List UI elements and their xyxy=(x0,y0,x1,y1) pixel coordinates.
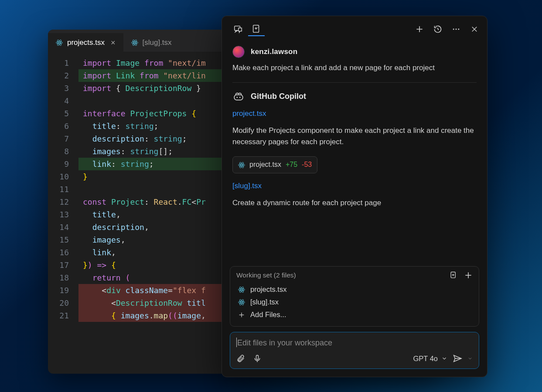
assistant-header: GitHub Copilot xyxy=(232,91,477,103)
chat-input-field[interactable]: Edit files in your workspace xyxy=(236,338,473,348)
chat-mode-tab[interactable] xyxy=(230,23,246,36)
divider xyxy=(232,82,477,83)
tab-projects-tsx[interactable]: projects.tsx × xyxy=(48,33,123,52)
edits-mode-tab[interactable] xyxy=(248,22,265,36)
close-icon[interactable]: × xyxy=(111,39,116,47)
ws-filename: projects.tsx xyxy=(250,285,286,294)
attach-icon[interactable] xyxy=(236,354,245,363)
chat-input[interactable]: Edit files in your workspace GPT 4o xyxy=(230,332,479,369)
line-gutter: 123456789101112131415161718192021 xyxy=(48,57,78,322)
tab-slug-tsx[interactable]: [slug].tsx xyxy=(123,33,180,52)
svg-point-22 xyxy=(236,97,238,98)
working-set: Working set (2 files) projects.tsx [slug… xyxy=(230,266,479,327)
react-icon xyxy=(56,39,63,46)
model-picker[interactable]: GPT 4o xyxy=(413,355,447,363)
svg-point-23 xyxy=(239,97,241,98)
file-link[interactable]: project.tsx xyxy=(232,108,266,119)
svg-rect-43 xyxy=(256,355,259,360)
chat-header xyxy=(222,16,487,40)
user-message-header: kenzi.lawson xyxy=(232,44,477,58)
svg-point-16 xyxy=(453,29,454,30)
svg-point-18 xyxy=(458,29,459,30)
chevron-down-icon[interactable] xyxy=(467,356,473,361)
working-set-label: Working set (2 files) xyxy=(236,271,296,279)
svg-point-3 xyxy=(59,42,60,43)
assistant-name: GitHub Copilot xyxy=(251,91,306,103)
new-chat-button[interactable] xyxy=(415,24,424,34)
tab-label: projects.tsx xyxy=(67,38,105,47)
svg-point-40 xyxy=(241,301,242,302)
send-icon[interactable] xyxy=(453,354,462,363)
svg-point-7 xyxy=(134,42,135,43)
placeholder: Edit files in your workspace xyxy=(237,338,332,347)
copilot-chat-panel: kenzi.lawson Make each project a link an… xyxy=(222,16,487,377)
svg-rect-21 xyxy=(234,95,243,100)
avatar xyxy=(232,46,245,58)
add-files-row[interactable]: Add Files... xyxy=(236,308,473,321)
react-icon xyxy=(131,39,138,46)
more-button[interactable] xyxy=(451,24,461,34)
diff-chip[interactable]: project.tsx +75 -53 xyxy=(232,156,317,173)
caret xyxy=(236,338,237,347)
mic-icon[interactable] xyxy=(253,354,262,363)
assistant-text-1: Modify the Projects component to make ea… xyxy=(232,125,477,148)
tab-label: [slug].tsx xyxy=(143,38,172,47)
working-set-file[interactable]: [slug].tsx xyxy=(236,296,473,308)
working-set-file[interactable]: projects.tsx xyxy=(236,283,473,296)
history-button[interactable] xyxy=(433,24,443,34)
svg-point-17 xyxy=(456,29,457,30)
close-panel-button[interactable] xyxy=(470,24,479,34)
chat-body: kenzi.lawson Make each project a link an… xyxy=(222,40,487,263)
chip-filename: project.tsx xyxy=(249,159,281,170)
svg-line-15 xyxy=(438,29,439,30)
diff-additions: +75 xyxy=(286,159,297,170)
diff-deletions: -53 xyxy=(302,159,312,170)
plus-icon[interactable] xyxy=(464,271,473,280)
add-files-label: Add Files... xyxy=(250,311,286,319)
user-message: Make each project a link and add a new p… xyxy=(232,62,477,74)
ws-filename: [slug].tsx xyxy=(250,298,279,306)
react-icon xyxy=(238,299,245,306)
assistant-text-2: Create a dynamic route for each project … xyxy=(232,197,477,209)
username: kenzi.lawson xyxy=(251,46,297,57)
chevron-down-icon xyxy=(441,355,447,362)
model-name: GPT 4o xyxy=(413,355,438,363)
add-file-icon[interactable] xyxy=(449,271,458,280)
copilot-icon xyxy=(232,91,245,103)
plus-icon xyxy=(238,311,245,318)
svg-point-36 xyxy=(241,289,242,290)
svg-point-27 xyxy=(241,165,242,166)
react-icon xyxy=(238,162,245,169)
react-icon xyxy=(238,286,245,293)
file-link[interactable]: [slug].tsx xyxy=(232,180,262,192)
